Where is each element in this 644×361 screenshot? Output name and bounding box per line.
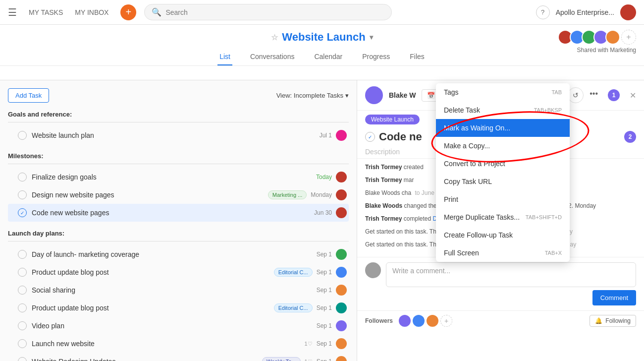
activity-actor: Trish Tormey [365, 215, 402, 222]
view-select[interactable]: View: Incomplete Tasks ▾ [276, 92, 349, 99]
follower-avatar-2 [413, 315, 425, 327]
dropdown-item-label: Create Follow-up Task [444, 231, 513, 239]
task-row[interactable]: ⠿ Day of launch- marketing coverage Sep … [8, 245, 349, 263]
dropdown-item-label: Mark as Waiting On... [444, 124, 510, 132]
add-follower-button[interactable]: + [440, 315, 452, 327]
refresh-action-btn[interactable]: ↺ [568, 87, 584, 103]
task-checkbox[interactable] [18, 357, 27, 361]
dropdown-item-tags[interactable]: Tags TAB [436, 83, 570, 101]
add-task-button[interactable]: Add Task [8, 88, 49, 103]
org-name: Apollo Enterprise... [556, 8, 614, 16]
star-icon[interactable]: ☆ [271, 33, 278, 42]
tab-calendar[interactable]: Calendar [312, 49, 344, 65]
activity-timestamp: to June [415, 189, 434, 196]
dropdown-item-delete[interactable]: Delete Task TAB+BKSP [436, 101, 570, 119]
view-label: View: Incomplete Tasks [276, 92, 343, 99]
task-meta: Jun 30 [314, 207, 347, 218]
shared-label: Shared with Marketing [577, 47, 636, 54]
task-checkbox[interactable] [18, 131, 27, 140]
dropdown-item-label: Delete Task [444, 106, 480, 114]
shared-avatar-5 [605, 30, 620, 45]
comment-placeholder: Write a comment... [392, 267, 450, 275]
task-name: Website Redesign Updates [32, 358, 262, 361]
following-button[interactable]: 🔔 Following [590, 315, 636, 327]
task-name: Social sharing [32, 286, 317, 294]
followers-bar: Followers + 🔔 Following [357, 310, 644, 331]
my-inbox-link[interactable]: MY INBOX [71, 6, 112, 18]
more-action-btn[interactable]: ••• [588, 87, 600, 103]
task-complete-checkbox[interactable]: ✓ [365, 132, 375, 142]
comment-input[interactable]: Write a comment... [386, 262, 636, 287]
dropdown-item-label: Tags [444, 88, 459, 96]
task-date: Sep 1 [317, 251, 332, 258]
task-checkbox[interactable] [18, 321, 27, 330]
project-title-area: ☆ Website Launch ▾ List Conversations Ca… [0, 25, 644, 66]
search-icon: 🔍 [152, 7, 161, 17]
search-input[interactable] [165, 8, 384, 16]
shared-avatars: + [558, 30, 636, 45]
shared-info: + Shared with Marketing [558, 30, 636, 54]
task-row[interactable]: ⠿ Product update blog post Editorial C..… [8, 299, 349, 317]
dropdown-item-copy[interactable]: Make a Copy... [436, 137, 570, 155]
tab-progress[interactable]: Progress [360, 49, 392, 65]
dropdown-item-shortcut: TAB [551, 89, 562, 95]
bell-icon: 🔔 [595, 317, 602, 324]
dropdown-item-shortcut: TAB+X [545, 250, 562, 256]
task-meta: Editorial C... Sep 1 [274, 267, 347, 278]
close-button[interactable]: ✕ [630, 91, 636, 100]
dropdown-item-followup[interactable]: Create Follow-up Task [436, 226, 570, 244]
help-button[interactable]: ? [536, 5, 550, 19]
add-button[interactable]: + [120, 4, 136, 20]
number-badge-2: 2 [624, 131, 636, 143]
dropdown-item-fullscreen[interactable]: Full Screen TAB+X [436, 244, 570, 262]
dropdown-item-convert[interactable]: Convert to a Project [436, 155, 570, 173]
dropdown-item-merge[interactable]: Merge Duplicate Tasks... TAB+SHIFT+D [436, 208, 570, 226]
dropdown-item-copy-url[interactable]: Copy Task URL [436, 173, 570, 190]
task-avatar [336, 338, 347, 349]
activity-actor: Trish Tormey [365, 164, 402, 171]
task-meta: 1♡ Sep 1 [305, 338, 347, 349]
task-row[interactable]: ⠿ Website launch plan Jul 1 [8, 126, 349, 144]
task-row[interactable]: ⠿ Design new website pages Marketing ...… [8, 186, 349, 204]
task-name: Day of launch- marketing coverage [32, 250, 317, 258]
task-meta: Marketing ... Monday [268, 189, 347, 200]
task-avatar [336, 356, 347, 361]
task-row[interactable]: ⠿ Finalize design goals Today [8, 168, 349, 186]
project-title: ☆ Website Launch ▾ [0, 31, 644, 44]
task-row[interactable]: ⠿ Product update blog post Editorial C..… [8, 263, 349, 281]
tab-conversations[interactable]: Conversations [248, 49, 297, 65]
dropdown-item-label: Convert to a Project [444, 160, 505, 168]
task-checkbox[interactable] [18, 303, 27, 312]
task-date: Sep 1 [317, 322, 332, 329]
dropdown-item-label: Merge Duplicate Tasks... [444, 213, 520, 221]
dropdown-item-print[interactable]: Print [436, 190, 570, 208]
task-checkbox[interactable] [18, 190, 27, 199]
task-date: Sep 1 [317, 340, 332, 347]
dropdown-item-waiting[interactable]: Mark as Waiting On... [436, 119, 570, 137]
task-checkbox[interactable] [18, 250, 27, 259]
dropdown-item-label: Make a Copy... [444, 142, 490, 150]
add-member-button[interactable]: + [621, 30, 636, 45]
task-checkbox[interactable] [18, 173, 27, 181]
task-avatar [336, 207, 347, 218]
task-row[interactable]: ⠿ Social sharing Sep 1 [8, 281, 349, 299]
task-name: Product update blog post [32, 268, 274, 276]
task-avatar [336, 172, 347, 182]
task-checkbox[interactable] [18, 339, 27, 348]
task-checkbox[interactable] [18, 286, 27, 295]
comment-button[interactable]: Comment [592, 290, 636, 305]
tab-files[interactable]: Files [408, 49, 427, 65]
chevron-icon[interactable]: ▾ [370, 33, 373, 41]
task-row[interactable]: ⠿ ✓ Code new website pages Jun 30 [8, 204, 349, 222]
task-tag: Editorial C... [274, 303, 313, 312]
task-checkbox[interactable]: ✓ [18, 208, 27, 217]
menu-icon[interactable]: ☰ [8, 6, 17, 18]
user-avatar[interactable] [620, 4, 636, 20]
task-date: Monday [311, 191, 332, 198]
task-row[interactable]: ⠿ Website Redesign Updates Weekly Te... … [8, 353, 349, 361]
task-row[interactable]: ⠿ Launch new website 1♡ Sep 1 [8, 335, 349, 353]
task-checkbox[interactable] [18, 268, 27, 277]
my-tasks-link[interactable]: MY TASKS [25, 6, 67, 18]
tab-list[interactable]: List [217, 49, 232, 65]
task-row[interactable]: ⠿ Video plan Sep 1 [8, 317, 349, 335]
